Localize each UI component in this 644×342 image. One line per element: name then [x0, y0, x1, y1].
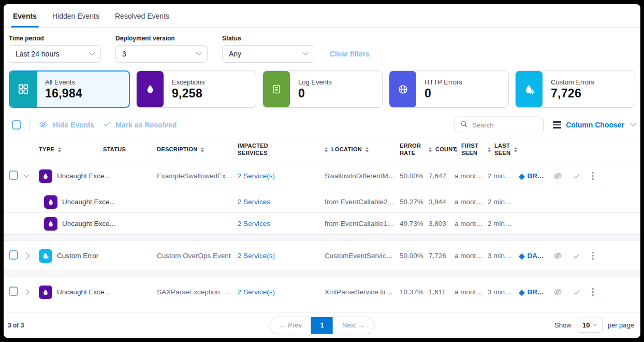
column-chooser-button[interactable]: Column Chooser: [553, 121, 635, 129]
last-seen-cell: 2 minut...: [488, 172, 519, 180]
type-label: Uncaught Exce...: [57, 288, 110, 296]
description-cell[interactable]: SAXParseException: XML d...: [157, 288, 238, 296]
card-exceptions[interactable]: Exceptions 9,258: [136, 70, 256, 108]
time-period-value: Last 24 hours: [16, 50, 60, 58]
kebab-menu-icon[interactable]: [591, 287, 595, 297]
card-http-errors[interactable]: HTTP Errors 0: [389, 70, 509, 108]
header-error-rate[interactable]: ERROR RATE: [400, 142, 429, 157]
deployment-badge[interactable]: ◆BR...: [519, 172, 543, 181]
services-link[interactable]: 2 Service(s): [238, 172, 325, 180]
diamond-icon: ◆: [519, 172, 525, 181]
hide-event-icon[interactable]: [553, 251, 563, 260]
card-all-events[interactable]: All Events 16,984: [9, 70, 130, 108]
sort-icon[interactable]: [201, 147, 204, 152]
location-cell: XmlParseService.fireEv...: [325, 288, 400, 296]
services-link[interactable]: 2 Service(s): [238, 288, 325, 296]
hide-events-button[interactable]: Hide Events: [38, 120, 94, 131]
tab-hidden-events[interactable]: Hidden Events: [52, 4, 99, 27]
kebab-menu-icon[interactable]: [591, 171, 595, 181]
count-cell: 1,611: [429, 288, 455, 296]
header-location[interactable]: LOCATION: [325, 146, 400, 153]
time-period-filter: Time period Last 24 hours: [9, 35, 101, 63]
resolve-event-icon[interactable]: [573, 289, 581, 296]
sort-icon[interactable]: [58, 147, 61, 152]
location-cell: CustomEventService.fir...: [325, 252, 400, 260]
time-period-select[interactable]: Last 24 hours: [9, 45, 101, 63]
collapse-row-chevron-icon[interactable]: [23, 172, 29, 178]
eye-slash-icon: [38, 120, 49, 131]
card-log-events[interactable]: Log Events 0: [262, 70, 383, 108]
header-type[interactable]: TYPE: [39, 146, 103, 153]
drop-icon: [137, 71, 164, 107]
prev-page-button[interactable]: ← Prev: [270, 317, 311, 334]
status-select[interactable]: Any: [222, 45, 314, 63]
chevron-down-icon: [593, 321, 597, 325]
error-rate-cell: 10.37%: [400, 288, 429, 296]
drop-gear-icon: [516, 71, 543, 107]
group-separator: [4, 270, 640, 277]
divider: [30, 118, 30, 132]
card-custom-errors[interactable]: Custom Errors 7,726: [515, 70, 635, 108]
description-cell[interactable]: Custom OverOps Event: [157, 252, 238, 260]
location-cell: from EventCallable2.call(): [325, 198, 400, 206]
expand-row-chevron-icon[interactable]: [23, 289, 29, 295]
sort-icon[interactable]: [365, 147, 369, 152]
filters-bar: Time period Last 24 hours Deployment ver…: [4, 28, 640, 66]
search-icon: [460, 120, 468, 130]
expand-row-chevron-icon[interactable]: [23, 253, 29, 259]
mark-as-resolved-button[interactable]: Mark as Resolved: [103, 120, 177, 130]
tab-resolved-events[interactable]: Resolved Events: [115, 4, 169, 27]
row-checkbox[interactable]: [9, 287, 18, 296]
card-label: Log Events: [298, 78, 332, 86]
search-box: [455, 117, 544, 133]
card-label: HTTP Errors: [425, 78, 462, 86]
diamond-icon: ◆: [519, 251, 525, 261]
services-link[interactable]: 2 Service(s): [238, 252, 325, 260]
search-input[interactable]: [472, 121, 538, 129]
header-description[interactable]: DESCRIPTION: [157, 146, 238, 153]
next-page-button[interactable]: Next →: [333, 317, 374, 334]
services-link[interactable]: 2 Services: [238, 198, 325, 206]
header-impacted-services[interactable]: IMPACTED SERVICES: [238, 142, 325, 157]
globe-icon: [389, 71, 416, 107]
pagination: ← Prev 1 Next →: [270, 317, 375, 334]
kebab-menu-icon[interactable]: [591, 251, 595, 261]
header-last-seen[interactable]: LAST SEEN: [488, 142, 519, 157]
row-checkbox[interactable]: [9, 250, 18, 260]
page-number-button[interactable]: 1: [311, 317, 333, 334]
exception-type-icon: [44, 195, 57, 209]
services-link[interactable]: 2 Services: [238, 220, 325, 227]
description-cell[interactable]: ExampleSwallowedExceptio...: [157, 172, 238, 180]
row-checkbox[interactable]: [9, 170, 18, 180]
hide-event-icon[interactable]: [553, 288, 563, 296]
header-first-seen[interactable]: FIRST SEEN: [455, 142, 488, 157]
resolve-event-icon[interactable]: [573, 252, 581, 260]
page-size-select[interactable]: 10: [577, 318, 603, 333]
chevron-down-icon: [89, 50, 95, 55]
type-label: Uncaught Exce...: [62, 220, 115, 227]
hide-event-icon[interactable]: [553, 172, 563, 180]
deployment-badge[interactable]: ◆DA...: [519, 251, 543, 261]
tab-events-label: Events: [13, 12, 37, 20]
tab-events[interactable]: Events: [13, 4, 37, 27]
deployment-version-select[interactable]: 3: [115, 45, 208, 63]
card-label: Exceptions: [172, 78, 205, 86]
clear-filters-link[interactable]: Clear filters: [330, 50, 370, 58]
deployment-version-filter: Deployment version 3: [115, 35, 208, 63]
sort-icon[interactable]: [514, 147, 517, 152]
header-status[interactable]: STATUS: [103, 146, 157, 153]
sort-icon[interactable]: [429, 147, 432, 152]
sort-icon[interactable]: [325, 147, 328, 152]
sort-icon[interactable]: [455, 147, 458, 152]
deployment-badge[interactable]: ◆BR...: [519, 288, 543, 297]
resolve-event-icon[interactable]: [573, 173, 581, 180]
header-count[interactable]: COUNT: [429, 146, 455, 153]
count-cell: 7,726: [429, 252, 455, 260]
card-value: 9,258: [172, 87, 205, 101]
table-child-row: Uncaught Exce... 2 Services from EventCa…: [4, 191, 640, 212]
sort-icon[interactable]: [488, 147, 491, 152]
select-all-checkbox[interactable]: [12, 120, 21, 130]
last-seen-cell: 3 minut...: [488, 252, 519, 260]
hide-events-label: Hide Events: [53, 121, 94, 129]
column-chooser-label: Column Chooser: [566, 121, 624, 129]
